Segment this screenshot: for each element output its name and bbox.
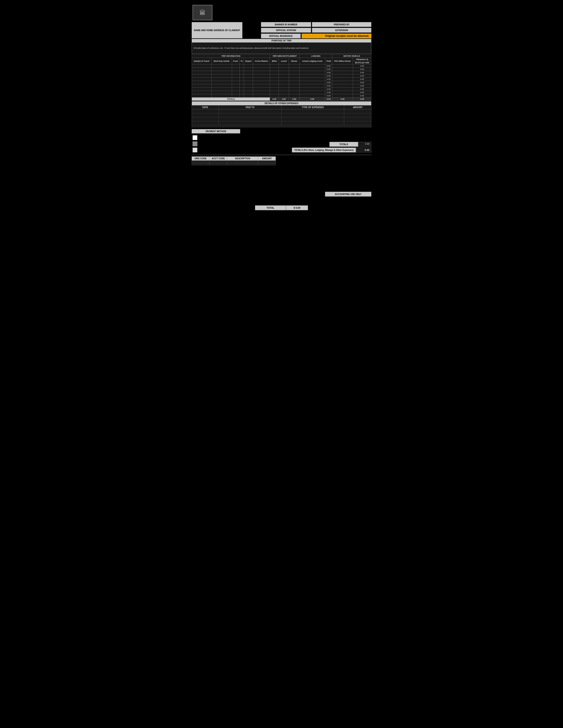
acct-row[interactable] xyxy=(192,162,276,164)
col-dates-travel: Date(s) of Travel xyxy=(192,58,211,64)
checkbox-personal[interactable] xyxy=(192,135,197,140)
col-total: Total xyxy=(325,58,332,64)
acct-row[interactable] xyxy=(192,161,276,162)
purpose-body[interactable]: (Provide dates of conference, etc.; if m… xyxy=(192,43,371,54)
oe-paid-2[interactable] xyxy=(219,113,282,117)
table-row[interactable]: 0.00 0.00 xyxy=(192,81,371,84)
oe-date-1[interactable] xyxy=(192,109,219,113)
table-row[interactable]: 0.00 0.00 xyxy=(192,74,371,78)
totals-actual-lodging: 0.00 xyxy=(300,98,325,101)
other-expenses-data xyxy=(192,109,371,127)
acct-amount-1[interactable] xyxy=(258,161,276,162)
oe-paid-1[interactable] xyxy=(219,109,282,113)
acct-amount-2[interactable] xyxy=(258,162,276,164)
oe-date-4[interactable] xyxy=(192,121,219,125)
totals-dinner: 0.00 xyxy=(289,98,300,101)
totals-label: TOTALS xyxy=(192,98,270,101)
totals-row: TOTALS 0.00 0.00 0.00 0.00 0.00 0.00 0.0… xyxy=(192,98,371,101)
checkbox-other[interactable] xyxy=(192,148,197,152)
prepared-by-field[interactable]: PREPARED BY xyxy=(312,22,371,27)
acct-col-desc: DESCRIPTION xyxy=(227,157,258,161)
banner-id-field[interactable]: BANNER ID NUMBER xyxy=(261,22,311,27)
table-row[interactable]: 0.00 0.00 xyxy=(192,71,371,74)
totals-row-bottom: TOTALS 0.00 xyxy=(330,142,371,147)
acct-org-2[interactable] xyxy=(192,162,209,164)
acct-amount-3[interactable] xyxy=(258,164,276,165)
payment-totals-row: PAYMENT METHOD TOTALS xyxy=(192,129,371,152)
acct-col-amount: AMOUNT xyxy=(258,157,276,161)
acct-acct-2[interactable] xyxy=(209,162,227,164)
oe-paid-3[interactable] xyxy=(219,117,282,121)
oe-type-3[interactable] xyxy=(282,117,344,121)
extension-field[interactable]: EXTENSION xyxy=(312,28,371,33)
acct-use-only-area: ACCOUNTING USE ONLY xyxy=(192,178,371,197)
purpose-header: PURPOSE OF TRIP xyxy=(192,39,371,43)
oe-row[interactable] xyxy=(192,113,371,117)
acct-acct-1[interactable] xyxy=(209,161,227,162)
table-row[interactable]: 0.00 0.00 xyxy=(192,68,371,71)
trip-table: TRIP INFORMATION PER DIEM ENTITLEMENT LO… xyxy=(192,54,371,101)
acct-desc-1[interactable] xyxy=(227,161,258,162)
table-row[interactable]: 0.00 0.00 xyxy=(192,91,371,94)
col-allowance-rate: $0.575 per mile xyxy=(353,61,371,64)
col-arrive: Arrive /Return xyxy=(253,58,270,64)
table-row[interactable]: 0.00 0.00 xyxy=(192,78,371,81)
official-residence-field[interactable]: OFFICIAL RESIDENCE xyxy=(261,34,301,38)
name-address-field[interactable]: NAME AND HOME ADDRESS OF CLAIMANT xyxy=(192,22,242,38)
checkbox-row-2 xyxy=(192,141,240,146)
trip-info-header: TRIP INFORMATION xyxy=(192,54,270,58)
university-logo-icon: 🏛 xyxy=(199,9,205,16)
accounting-table: ORG CODE ACCT CODE DESCRIPTION AMOUNT xyxy=(192,156,276,165)
oe-amount-3[interactable] xyxy=(344,117,371,121)
header-row-1: NAME AND HOME ADDRESS OF CLAIMANT BANNER… xyxy=(192,22,371,38)
table-row[interactable]: 0.00 0.00 xyxy=(192,84,371,88)
oe-row[interactable] xyxy=(192,117,371,121)
per-diem-header: PER DIEM ENTITLEMENT xyxy=(270,54,300,58)
dotted-separator xyxy=(192,155,371,155)
acct-row[interactable] xyxy=(192,164,276,165)
oe-type-4[interactable] xyxy=(282,121,344,125)
totals-bottom-label: TOTALS xyxy=(330,142,358,147)
acct-desc-3[interactable] xyxy=(227,164,258,165)
acct-acct-3[interactable] xyxy=(209,164,227,165)
oe-row[interactable] xyxy=(192,121,371,125)
oe-col-date: DATE xyxy=(192,105,219,109)
oe-amount-2[interactable] xyxy=(344,113,371,117)
oe-col-amount: AMOUNT xyxy=(344,105,371,109)
checkbox-pcard[interactable] xyxy=(192,141,197,146)
oe-amount-4[interactable] xyxy=(344,121,371,125)
oe-date-3[interactable] xyxy=(192,117,219,121)
col-dinner: Dinner xyxy=(289,58,300,64)
bottom-total-label: TOTAL xyxy=(255,205,286,210)
oe-col-paid: PAID TO xyxy=(219,105,282,109)
acct-org-3[interactable] xyxy=(192,164,209,165)
acct-use-only-box: ACCOUNTING USE ONLY xyxy=(325,192,371,197)
oe-row[interactable] xyxy=(192,109,371,113)
acct-desc-2[interactable] xyxy=(227,162,258,164)
table-row[interactable]: 0.00 0.00 xyxy=(192,94,371,98)
other-expenses-header: DETAILS OF OTHER EXPENSES xyxy=(192,101,371,105)
oe-amount-1[interactable] xyxy=(344,109,371,113)
acct-org-1[interactable] xyxy=(192,161,209,162)
payment-method-label: PAYMENT METHOD xyxy=(192,129,240,133)
col-work-day: Work Day Sched. xyxy=(211,58,232,64)
totals-lunch: 0.00 xyxy=(279,98,289,101)
oe-paid-4[interactable] xyxy=(219,121,282,125)
grand-total-label: TOTALS (Per Diem, Lodging, Mileage & Oth… xyxy=(292,148,356,152)
col-actual-lodging: Actual Lodging Costs xyxy=(300,58,325,64)
checkbox-row-1 xyxy=(192,135,240,140)
logo-box: 🏛 xyxy=(192,5,212,20)
totals-bottom-value: 0.00 xyxy=(358,142,371,147)
table-row[interactable]: 0.00 0.00 xyxy=(192,88,371,91)
col-from: From xyxy=(232,58,239,64)
official-station-field[interactable]: OFFICIAL STATION xyxy=(261,28,311,33)
oe-date-2[interactable] xyxy=(192,113,219,117)
col-pov-miles: POV Miles Driven xyxy=(332,58,353,64)
oe-type-1[interactable] xyxy=(282,109,344,113)
receipts-notice: Original receipts must be attached. xyxy=(302,34,371,38)
bottom-total-value: $ 0.00 xyxy=(286,205,308,210)
oe-type-2[interactable] xyxy=(282,113,344,117)
checkbox-row-3 xyxy=(192,148,240,152)
table-row[interactable]: 0.00 0.00 xyxy=(192,64,371,68)
col-allowance-header: Allowance @ xyxy=(353,58,371,61)
